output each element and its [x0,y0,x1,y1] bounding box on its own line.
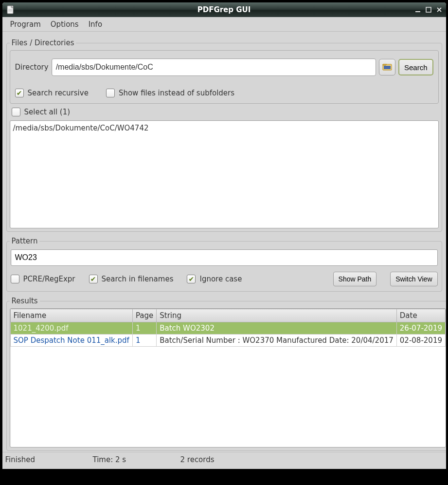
show-files-checkbox[interactable]: ✔ Show files instead of subfolders [106,89,234,97]
pattern-group: Pattern ✔ PCRE/RegExpr ✔ Search in filen… [6,237,442,292]
svg-rect-7 [384,66,391,69]
window-title: PDFGrep GUI [2,5,446,14]
col-page[interactable]: Page [132,309,156,322]
switch-view-button[interactable]: Switch View [390,272,437,286]
table-cell[interactable]: 1 [132,322,156,335]
minimize-icon[interactable] [413,5,423,15]
table-row[interactable]: 1021_4200.pdf1Batch WO230226-07-2019 [10,322,445,335]
app-icon [5,4,16,15]
menu-info[interactable]: Info [84,18,107,31]
folder-icon [382,62,392,73]
statusbar: Finished Time: 2 s 2 records [2,452,446,469]
table-row[interactable]: SOP Despatch Note 011_alk.pdf1Batch/Seri… [10,335,445,347]
file-list[interactable]: /media/sbs/Dokumente/CoC/WO4742 [10,120,439,228]
search-button[interactable]: Search [398,59,433,75]
menubar: Program Options Info [2,17,446,32]
table-cell[interactable]: 1 [132,335,156,347]
col-string[interactable]: String [157,309,397,322]
table-cell[interactable]: 26-07-2019 [396,322,445,335]
pattern-input[interactable] [11,249,438,266]
select-all-checkbox[interactable]: ✔ Select all (1) [12,108,71,116]
col-filename[interactable]: Filename [10,309,132,322]
maximize-icon[interactable] [424,5,433,15]
menu-program[interactable]: Program [5,18,46,31]
table-cell[interactable]: 02-08-2019 [396,335,445,347]
filenames-label: Search in filenames [102,275,174,283]
close-icon[interactable] [434,5,444,15]
files-legend: Files / Directories [10,38,76,47]
svg-rect-4 [415,11,420,12]
browse-button[interactable] [379,59,395,75]
show-path-button[interactable]: Show Path [333,272,377,286]
select-all-label: Select all (1) [24,108,71,116]
recursive-checkbox[interactable]: ✔ Search recursive [15,89,89,97]
pattern-legend: Pattern [10,237,40,245]
pcre-label: PCRE/RegExpr [23,275,75,283]
list-item[interactable]: /media/sbs/Dokumente/CoC/WO4742 [13,123,435,133]
status-state: Finished [5,455,73,464]
svg-rect-5 [426,7,431,12]
results-group: Results Filename Page String Date 1021_4… [6,297,447,451]
titlebar[interactable]: PDFGrep GUI [2,2,446,17]
status-records: 2 records [180,455,215,464]
ignore-case-label: Ignore case [199,275,242,283]
menu-options[interactable]: Options [46,18,84,31]
status-time: Time: 2 s [93,455,161,464]
table-cell[interactable]: Batch WO2302 [157,322,397,335]
table-cell[interactable]: SOP Despatch Note 011_alk.pdf [10,335,132,347]
pcre-checkbox[interactable]: ✔ PCRE/RegExpr [11,275,75,283]
results-table[interactable]: Filename Page String Date 1021_4200.pdf1… [10,309,446,347]
files-group: Files / Directories Directory [6,38,442,232]
table-cell[interactable]: Batch/Serial Number : WO2370 Manufacture… [157,335,397,347]
directory-input[interactable] [52,58,376,76]
results-legend: Results [10,297,40,305]
app-window: PDFGrep GUI Program Options Info Files /… [2,2,447,469]
show-files-label: Show files instead of subfolders [119,89,234,97]
directory-label: Directory [15,63,49,72]
results-header-row[interactable]: Filename Page String Date [10,309,445,322]
table-cell[interactable]: 1021_4200.pdf [10,322,132,335]
recursive-label: Search recursive [28,89,89,97]
col-date[interactable]: Date [396,309,445,322]
ignore-case-checkbox[interactable]: ✔ Ignore case [187,275,242,283]
filenames-checkbox[interactable]: ✔ Search in filenames [89,275,174,283]
